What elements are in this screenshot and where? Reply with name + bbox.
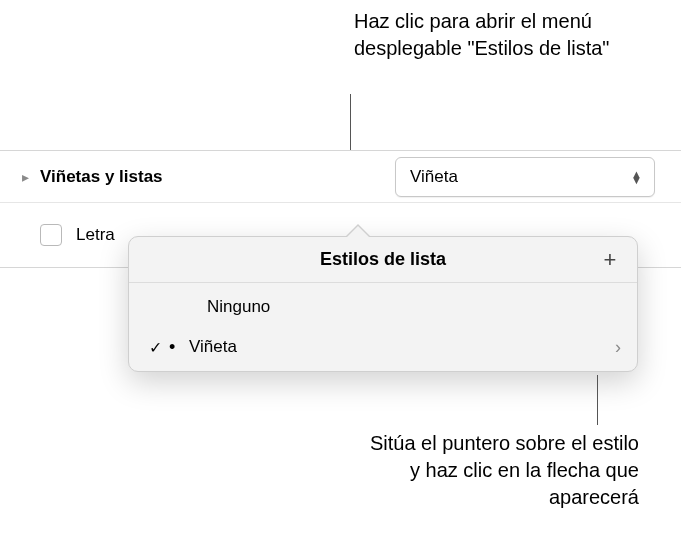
callout-bottom-text: Sitúa el puntero sobre el estilo y haz c… [369, 430, 639, 511]
callout-leader-bottom [597, 375, 598, 425]
popover-list: Ninguno ✓ • Viñeta › [129, 283, 637, 371]
popover-title: Estilos de lista [320, 249, 446, 270]
disclosure-chevron-icon[interactable]: ▸ [18, 169, 32, 185]
plus-icon: + [604, 247, 617, 273]
row-bullets-and-lists: ▸ Viñetas y listas Viñeta ▲▼ [0, 151, 681, 203]
bullets-and-lists-label: Viñetas y listas [40, 167, 395, 187]
list-style-item-none[interactable]: Ninguno [129, 287, 637, 327]
popup-chevrons-icon: ▲▼ [631, 171, 642, 183]
checkmark-icon: ✓ [141, 338, 169, 357]
list-style-name: Ninguno [141, 297, 621, 317]
list-styles-popup-button[interactable]: Viñeta ▲▼ [395, 157, 655, 197]
callout-top-text: Haz clic para abrir el menú desplegable … [354, 8, 614, 62]
list-style-name: Viñeta [189, 337, 615, 357]
lettered-checkbox[interactable] [40, 224, 62, 246]
list-style-item-bullet[interactable]: ✓ • Viñeta › [129, 327, 637, 367]
add-list-style-button[interactable]: + [595, 245, 625, 275]
bullet-preview-icon: • [169, 337, 189, 358]
list-styles-popup-value: Viñeta [410, 167, 458, 187]
popover-header: Estilos de lista + [129, 237, 637, 283]
list-styles-popover: Estilos de lista + Ninguno ✓ • Viñeta › [128, 236, 638, 372]
disclosure-arrow-icon[interactable]: › [615, 337, 621, 358]
lettered-label: Letra [76, 225, 115, 245]
